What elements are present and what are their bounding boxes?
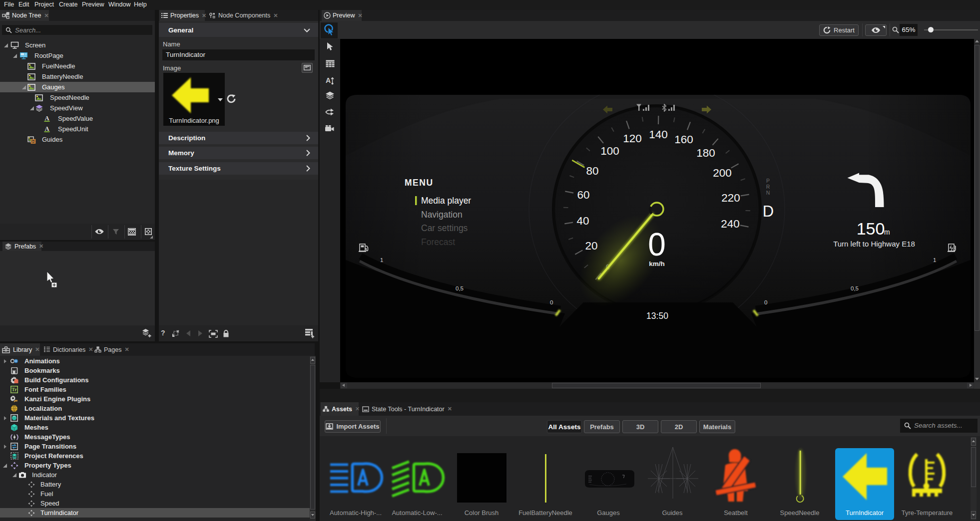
svg-text:20: 20 xyxy=(585,240,597,252)
svg-text:200: 200 xyxy=(713,167,732,179)
svg-text:A: A xyxy=(326,76,331,84)
svg-text:0: 0 xyxy=(764,299,767,305)
svg-text:km/h: km/h xyxy=(649,260,665,267)
svg-text:1: 1 xyxy=(933,257,936,263)
svg-text:150: 150 xyxy=(857,219,885,238)
svg-text:0: 0 xyxy=(648,227,666,262)
svg-text:Tr: Tr xyxy=(11,387,17,392)
svg-text:Car settings: Car settings xyxy=(421,223,468,233)
svg-text:100: 100 xyxy=(600,145,619,157)
svg-text:m: m xyxy=(884,228,890,236)
svg-text:0,5: 0,5 xyxy=(456,285,464,291)
svg-text:Turn left to Highway E18: Turn left to Highway E18 xyxy=(833,240,915,248)
svg-text:180: 180 xyxy=(696,147,715,159)
svg-text:Navigation: Navigation xyxy=(421,210,463,220)
svg-text:R: R xyxy=(766,184,770,190)
svg-text:N: N xyxy=(766,190,770,196)
svg-text:Media player: Media player xyxy=(421,196,471,206)
svg-text:0: 0 xyxy=(550,299,553,305)
svg-text:P: P xyxy=(766,178,770,184)
svg-text:MENU: MENU xyxy=(405,178,434,188)
svg-text:D: D xyxy=(763,203,774,220)
svg-text:40: 40 xyxy=(576,215,589,227)
svg-text:0,5: 0,5 xyxy=(851,285,859,291)
svg-text:220: 220 xyxy=(721,192,740,204)
svg-text:A: A xyxy=(45,115,49,122)
svg-text:A: A xyxy=(45,125,49,132)
svg-text:240: 240 xyxy=(721,218,740,230)
svg-text:80: 80 xyxy=(586,165,598,177)
svg-text:60: 60 xyxy=(577,189,589,201)
svg-text:120: 120 xyxy=(623,132,642,145)
svg-text:Forecast: Forecast xyxy=(421,237,455,247)
svg-text:13:50: 13:50 xyxy=(646,311,668,321)
svg-text:1: 1 xyxy=(380,257,383,263)
svg-text:140: 140 xyxy=(649,128,668,141)
svg-text:160: 160 xyxy=(674,133,693,146)
svg-text:H: H xyxy=(32,139,34,144)
